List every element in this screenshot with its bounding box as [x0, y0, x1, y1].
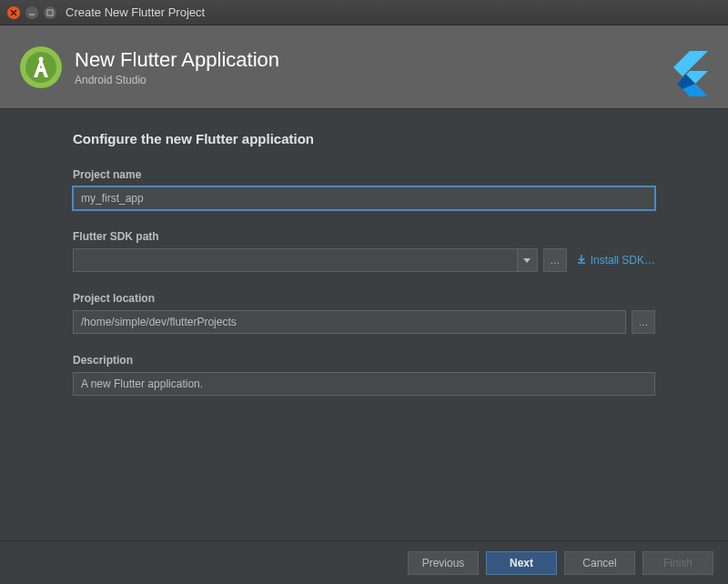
header-text: New Flutter Application Android Studio [75, 48, 279, 86]
maximize-window-button[interactable] [44, 6, 56, 19]
window-controls [7, 6, 56, 19]
android-studio-icon [18, 45, 64, 90]
sdk-path-dropdown[interactable] [73, 248, 538, 272]
wizard-subtitle: Android Studio [75, 74, 279, 86]
svg-rect-0 [47, 10, 53, 15]
project-name-label: Project name [73, 168, 655, 181]
project-name-group: Project name [73, 168, 655, 210]
project-location-label: Project location [73, 292, 655, 305]
description-group: Description [73, 354, 655, 396]
wizard-title: New Flutter Application [75, 48, 279, 72]
finish-button[interactable]: Finish [642, 551, 713, 575]
browse-location-button[interactable]: … [632, 310, 655, 334]
description-label: Description [73, 354, 655, 367]
chevron-down-icon [517, 249, 537, 271]
cancel-button[interactable]: Cancel [564, 551, 635, 575]
install-sdk-text: Install SDK… [591, 254, 655, 267]
project-name-input[interactable] [73, 186, 655, 210]
svg-point-3 [39, 56, 44, 61]
sdk-path-label: Flutter SDK path [73, 230, 655, 243]
window-title: Create New Flutter Project [66, 5, 205, 19]
wizard-footer: Previous Next Cancel Finish [0, 540, 728, 584]
next-button[interactable]: Next [486, 551, 557, 575]
description-input[interactable] [73, 372, 655, 396]
minimize-window-button[interactable] [25, 6, 38, 19]
download-icon [576, 254, 587, 267]
project-location-group: Project location … [73, 292, 655, 334]
flutter-logo-icon [662, 47, 712, 96]
section-title: Configure the new Flutter application [73, 131, 655, 146]
close-window-button[interactable] [7, 6, 20, 19]
sdk-path-group: Flutter SDK path … Install SDK… [73, 230, 655, 272]
titlebar: Create New Flutter Project [0, 0, 728, 25]
wizard-content: Configure the new Flutter application Pr… [0, 109, 728, 434]
browse-sdk-button[interactable]: … [543, 248, 567, 272]
svg-point-2 [25, 52, 56, 83]
install-sdk-link[interactable]: Install SDK… [576, 254, 655, 267]
project-location-input[interactable] [73, 310, 626, 334]
previous-button[interactable]: Previous [408, 551, 479, 575]
wizard-header: New Flutter Application Android Studio [0, 25, 728, 109]
